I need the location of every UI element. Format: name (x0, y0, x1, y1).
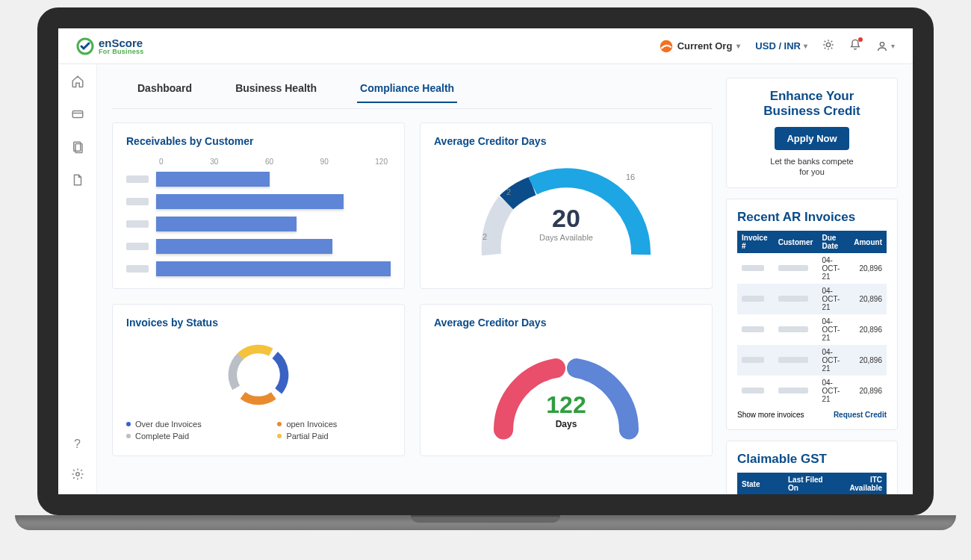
request-credit-link[interactable]: Request Credit (834, 411, 887, 419)
bar-chart (126, 172, 391, 276)
gauge-chart: 122 Days (469, 339, 663, 444)
org-label: Current Org (677, 40, 733, 52)
chevron-down-icon: ▾ (736, 42, 740, 50)
credit-title: Enhance YourBusiness Credit (737, 89, 887, 119)
currency-label: USD / INR (755, 40, 801, 52)
sidebar-docs[interactable] (71, 140, 84, 157)
gauge-chart: 2 2 16 20 Days Available (469, 158, 663, 270)
notifications-button[interactable] (849, 39, 861, 53)
gauge-label: 2 (506, 187, 511, 196)
sidebar-settings[interactable] (71, 467, 84, 484)
notification-dot (858, 37, 863, 42)
card-creditor-days-2: Average Creditor Days 122 Days (420, 304, 713, 456)
tab-compliance-health[interactable]: Compliance Health (357, 78, 457, 103)
bar-row (126, 194, 391, 209)
card-title: Receivables by Customer (126, 135, 391, 147)
tabs: Dashboard Business Health Compliance Hea… (112, 78, 713, 109)
svg-point-7 (75, 473, 79, 476)
panel-ar-invoices: Recent AR Invoices Invoice #CustomerDue … (726, 199, 898, 430)
table-row: 04-OCT-2120,896 (737, 284, 887, 314)
chevron-down-icon: ▾ (891, 42, 895, 50)
sidebar: ? (58, 64, 97, 494)
table-row: 04-OCT-2120,896 (737, 253, 887, 284)
show-more-link[interactable]: Show more invoices (737, 411, 804, 419)
tab-dashboard[interactable]: Dashboard (134, 78, 195, 102)
table-row: 04-OCT-2120,896 (737, 376, 887, 406)
table-row: 04-OCT-2120,896 (737, 314, 887, 345)
sidebar-card[interactable] (71, 108, 84, 124)
panel-title: Claimable GST (737, 452, 887, 467)
sidebar-help[interactable]: ? (74, 438, 81, 451)
axis-ticks: 0306090120 (156, 158, 391, 166)
user-menu[interactable]: ▾ (876, 40, 895, 52)
apply-now-button[interactable]: Apply Now (775, 127, 849, 150)
svg-point-2 (880, 42, 884, 46)
app-header: enScore For Business Current Org ▾ USD /… (58, 28, 913, 64)
table-row: 04-OCT-2120,896 (737, 345, 887, 376)
card-title: Average Creditor Days (434, 135, 698, 147)
credit-sub: Let the banks competefor you (737, 156, 887, 178)
bar-row (126, 172, 391, 187)
file-icon (71, 173, 84, 187)
gauge-value: 20 (539, 204, 593, 233)
logo-name: enScore (99, 37, 144, 49)
card-title: Invoices by Status (126, 317, 391, 329)
card-title: Average Creditor Days (434, 317, 698, 329)
ar-table: Invoice #CustomerDue DateAmount 04-OCT-2… (737, 231, 887, 406)
logo: enScore For Business (76, 37, 144, 55)
org-icon (660, 40, 673, 53)
gauge-label: 2 (483, 232, 487, 241)
home-icon (71, 75, 84, 88)
documents-icon (71, 140, 84, 154)
gear-icon (822, 39, 834, 51)
donut-chart (223, 339, 294, 411)
panel-gst: Claimable GST StateLast Filed OnITC Avai… (726, 441, 898, 494)
gauge-unit: Days (546, 419, 586, 429)
legend: Over due Invoices open Invoices Complete… (126, 420, 391, 441)
panel-title: Recent AR Invoices (737, 210, 887, 225)
gauge-label: 16 (626, 172, 635, 181)
user-icon (876, 40, 888, 52)
gst-table: StateLast Filed OnITC Available 04-OCT-2… (737, 473, 887, 494)
card-icon (71, 108, 84, 121)
sidebar-home[interactable] (71, 75, 84, 91)
card-receivables: Receivables by Customer 0306090120 (112, 122, 405, 289)
logo-sub: For Business (99, 49, 144, 55)
question-icon: ? (74, 438, 81, 450)
gauge-unit: Days Available (539, 233, 593, 242)
bar-row (126, 261, 391, 276)
tab-business-health[interactable]: Business Health (232, 78, 320, 102)
card-invoices-status: Invoices by Status Over due Invoices ope… (112, 304, 405, 456)
sidebar-file[interactable] (71, 173, 84, 190)
panel-credit: Enhance YourBusiness Credit Apply Now Le… (726, 78, 898, 188)
currency-selector[interactable]: USD / INR ▾ (755, 40, 807, 52)
logo-icon (76, 37, 94, 55)
bar-row (126, 239, 391, 254)
svg-rect-3 (72, 111, 83, 118)
gauge-value: 122 (546, 391, 586, 419)
bar-row (126, 217, 391, 231)
settings-button[interactable] (822, 39, 834, 53)
gear-icon (71, 467, 84, 481)
chevron-down-icon: ▾ (804, 42, 807, 50)
org-selector[interactable]: Current Org ▾ (660, 40, 741, 53)
card-creditor-days-1: Average Creditor Days 2 2 16 20 (420, 122, 713, 289)
